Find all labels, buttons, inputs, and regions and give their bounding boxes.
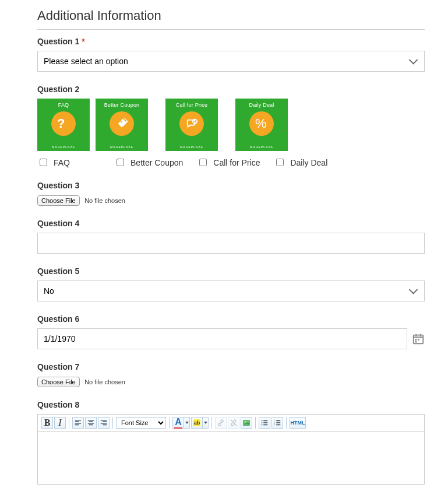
question-3-label: Question 3 (37, 181, 425, 190)
bg-color-dropdown[interactable] (203, 417, 209, 429)
toolbar-separator (69, 417, 69, 429)
calendar-icon[interactable] (412, 332, 425, 345)
card-title: Call for Price (176, 102, 207, 108)
file-status: No file chosen (84, 197, 125, 204)
question-3: Question 3 Choose File No file chosen (37, 181, 425, 206)
toolbar-separator (255, 417, 256, 429)
checkbox-call-for-price[interactable]: Call for Price (197, 157, 260, 168)
text-color-button[interactable]: A (172, 417, 184, 429)
choose-file-button[interactable]: Choose File (37, 195, 80, 206)
card-footer: MAGEPLAZA (37, 145, 90, 149)
checkbox-input[interactable] (199, 159, 207, 166)
align-center-button[interactable] (85, 417, 97, 429)
question-6: Question 6 (37, 314, 425, 349)
question-4-input[interactable] (37, 233, 425, 254)
question-4: Question 4 (37, 219, 425, 254)
checkbox-input[interactable] (117, 159, 124, 166)
card-footer: MAGEPLAZA (235, 145, 288, 149)
bullet-list-button[interactable] (259, 417, 270, 429)
checkbox-label: Daily Deal (290, 158, 327, 167)
html-source-button[interactable]: HTML (290, 417, 306, 429)
card-faq: FAQ ? MAGEPLAZA (37, 99, 90, 151)
card-daily-deal: Daily Deal % MAGEPLAZA (235, 99, 288, 151)
checkbox-label: FAQ (54, 158, 70, 167)
question-5-select[interactable]: No (37, 280, 425, 301)
rich-text-editor: B I Font Size A ab (37, 414, 425, 485)
percent-icon: % (249, 111, 274, 136)
svg-text:3: 3 (274, 423, 275, 426)
checkbox-faq[interactable]: FAQ (37, 157, 70, 168)
question-5: Question 5 No (37, 266, 425, 301)
align-right-button[interactable] (98, 417, 110, 429)
svg-rect-3 (418, 339, 419, 341)
section-title: Additional Information (37, 8, 425, 30)
tags-icon (110, 111, 134, 136)
checkbox-input[interactable] (276, 159, 284, 166)
question-1-label: Question 1* (37, 37, 425, 46)
text-color-dropdown[interactable] (184, 417, 190, 429)
align-left-button[interactable] (72, 417, 84, 429)
svg-point-7 (262, 420, 263, 422)
bg-color-button[interactable]: ab (191, 417, 203, 429)
toolbar-separator (112, 417, 113, 429)
question-8: Question 8 B I Font Size A ab (37, 400, 425, 485)
choose-file-button[interactable]: Choose File (37, 377, 80, 387)
number-list-button[interactable]: 123 (271, 417, 283, 429)
chat-icon (179, 111, 204, 136)
checkbox-better-coupon[interactable]: Better Coupon (114, 157, 183, 168)
card-footer: MAGEPLAZA (165, 145, 218, 149)
text-color-group: A (172, 417, 190, 429)
card-title: Daily Deal (249, 102, 274, 108)
card-title: Better Coupon (104, 102, 140, 108)
label-text: Question 1 (37, 37, 79, 46)
bg-color-group: ab (191, 417, 209, 429)
question-4-label: Question 4 (37, 219, 425, 228)
card-call-for-price: Call for Price MAGEPLAZA (165, 99, 218, 151)
question-1: Question 1* Please select an option (37, 37, 425, 72)
toolbar-separator (286, 417, 287, 429)
checkbox-label: Call for Price (213, 158, 260, 167)
card-better-coupon: Better Coupon MAGEPLAZA (96, 99, 148, 151)
question-7: Question 7 Choose File No file chosen (37, 362, 425, 387)
question-1-select-wrap: Please select an option (37, 51, 425, 72)
file-status: No file chosen (84, 378, 125, 385)
italic-button[interactable]: I (54, 417, 66, 429)
image-button[interactable] (241, 417, 252, 429)
checkbox-label: Better Coupon (130, 158, 183, 167)
question-5-select-wrap: No (37, 280, 425, 301)
question-7-label: Question 7 (37, 362, 425, 371)
question-2: Question 2 FAQ ? MAGEPLAZA Better Coupon… (37, 85, 425, 168)
question-5-label: Question 5 (37, 266, 425, 276)
svg-point-9 (262, 425, 263, 426)
bold-button[interactable]: B (41, 417, 53, 429)
toolbar-separator (169, 417, 170, 429)
required-star: * (82, 37, 84, 46)
checkbox-daily-deal[interactable]: Daily Deal (274, 157, 327, 168)
svg-rect-4 (415, 341, 417, 343)
link-button[interactable] (215, 417, 227, 429)
unlink-button[interactable] (228, 417, 239, 429)
question-6-input[interactable] (37, 328, 407, 349)
date-row (37, 328, 425, 349)
card-footer: MAGEPLAZA (96, 145, 148, 149)
svg-rect-2 (415, 339, 417, 341)
card-title: FAQ (58, 102, 69, 108)
card-row: FAQ ? MAGEPLAZA Better Coupon MAGEPLAZA … (37, 99, 425, 151)
question-1-select[interactable]: Please select an option (37, 51, 425, 72)
question-8-label: Question 8 (37, 400, 425, 409)
svg-point-6 (245, 421, 246, 422)
question-6-label: Question 6 (37, 314, 425, 324)
checkbox-row: FAQ Better Coupon Call for Price Daily D… (37, 157, 425, 168)
checkbox-input[interactable] (40, 159, 47, 166)
svg-point-8 (262, 422, 263, 423)
font-size-select[interactable]: Font Size (116, 417, 166, 429)
toolbar-separator (211, 417, 212, 429)
editor-body[interactable] (38, 432, 424, 484)
editor-toolbar: B I Font Size A ab (38, 415, 424, 432)
question-2-label: Question 2 (37, 85, 425, 94)
question-icon: ? (51, 111, 76, 136)
